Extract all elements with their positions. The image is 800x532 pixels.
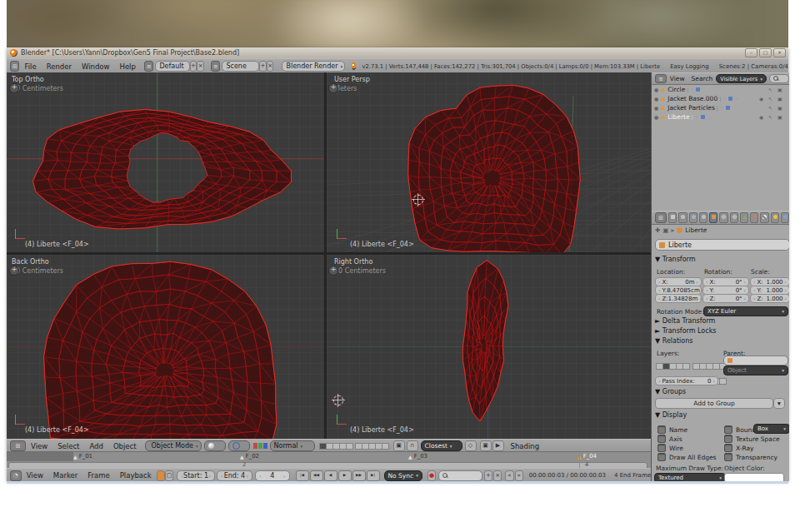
rotation-mode-select[interactable]: XYZ Euler ▾ <box>703 306 788 316</box>
bounds-type-select[interactable]: Box ▾ <box>753 424 789 434</box>
location-z-field[interactable]: ‹Z:1.34828m› <box>655 294 702 303</box>
tab-world-icon[interactable] <box>699 212 708 223</box>
toolbar-plus-button[interactable]: + <box>9 266 19 276</box>
outliner-item-jacket-particles[interactable]: ● Jacket Particles |⁘ ↖ ▣ <box>652 103 789 112</box>
snap-target-icon[interactable]: ◇ <box>465 440 477 451</box>
checkbox-icon[interactable] <box>724 453 732 461</box>
layers-widget[interactable] <box>320 443 389 450</box>
selectable-icon[interactable]: ↖ <box>768 105 772 111</box>
checkbox-icon[interactable] <box>724 425 732 434</box>
prev-marker-icon[interactable]: « <box>505 470 513 481</box>
tab-constraints-icon[interactable] <box>719 212 728 223</box>
outliner-filter-select[interactable]: Visible Layers ▾ <box>716 74 767 83</box>
groups-panel-header[interactable]: ▼ Groups <box>655 388 686 395</box>
menu-help[interactable]: Help <box>120 62 136 71</box>
screen-layout-field[interactable]: Default <box>155 61 189 72</box>
selectable-icon[interactable]: ↖ <box>768 114 772 120</box>
decrement-icon[interactable]: ‹ <box>221 473 222 479</box>
renderable-icon[interactable]: ▣ <box>778 105 782 111</box>
renderable-icon[interactable]: ▣ <box>778 114 782 120</box>
parent-field[interactable] <box>723 355 788 365</box>
tab-render-layers-icon[interactable] <box>678 212 687 223</box>
selectable-icon[interactable]: ↖ <box>768 96 772 102</box>
menu-file[interactable]: File <box>24 62 36 71</box>
checkbox-wire[interactable]: Wire <box>658 444 683 452</box>
checkbox-name[interactable]: Name <box>658 425 688 434</box>
tab-physics-icon[interactable] <box>781 212 789 223</box>
menu-view[interactable]: View <box>31 442 48 450</box>
translate-manipulator-icon[interactable] <box>253 443 258 449</box>
viewport-back-ortho[interactable]: Back Ortho 10 Centimeters + (4) Liberte … <box>7 255 324 439</box>
disclosure-icon[interactable]: ● <box>654 87 658 92</box>
visible-icon[interactable]: ◉ <box>759 96 763 102</box>
menu-window[interactable]: Window <box>82 62 110 71</box>
opengl-render-still-icon[interactable]: ▣ <box>480 440 492 451</box>
menu-add[interactable]: Add <box>89 442 102 450</box>
editor-type-outliner-icon[interactable]: ≡ <box>655 74 667 83</box>
play-button[interactable]: ▶ <box>338 470 352 481</box>
increment-icon[interactable]: › <box>283 473 285 479</box>
renderable-icon[interactable]: ▣ <box>778 96 782 102</box>
prev-keyframe-button[interactable]: ◀◀ <box>310 470 323 481</box>
viewport-right-ortho[interactable]: Right Ortho 10 Centimeters + (4) Liberte… <box>327 255 651 439</box>
viewport-user-persp[interactable]: User Persp Meters + (4) Liberte <F_04> <box>327 72 651 252</box>
opengl-render-anim-icon[interactable]: ▶ <box>492 440 504 451</box>
record-button[interactable]: ● <box>428 470 436 481</box>
editor-type-properties-icon[interactable]: ⊞ <box>655 212 667 223</box>
next-marker-icon[interactable]: » <box>515 470 523 481</box>
insert-keyframe-icon[interactable]: + <box>484 470 492 481</box>
outliner-item-circle[interactable]: ● Circle |⁘ ↖ ▣ <box>652 85 789 93</box>
delete-keyframe-icon[interactable]: × <box>493 470 502 481</box>
minimize-button[interactable]: – <box>745 48 758 57</box>
rotate-manipulator-icon[interactable] <box>258 443 262 449</box>
selectable-icon[interactable]: ↖ <box>768 87 772 92</box>
renderable-icon[interactable]: ▣ <box>778 87 782 92</box>
checkbox-texture-space[interactable]: Texture Space <box>724 435 780 443</box>
use-preview-range-icon[interactable] <box>157 470 165 481</box>
viewport-top-ortho[interactable]: Top Ortho 10 Centimeters + (4) Liberte <… <box>7 72 324 252</box>
editor-type-timeline-icon[interactable]: ◔ <box>10 470 22 481</box>
toolbar-plus-button[interactable]: + <box>328 83 338 93</box>
pivot-point-select[interactable] <box>228 440 250 451</box>
object-name-field[interactable]: Liberte <box>655 239 789 251</box>
screen-layout-browse-icon[interactable]: ≡ <box>144 61 153 72</box>
maximum-draw-type-select[interactable]: Textured ▾ <box>654 473 726 481</box>
outliner-search-input[interactable] <box>769 74 789 83</box>
current-frame-line[interactable] <box>579 452 580 469</box>
menu-render[interactable]: Render <box>47 62 72 71</box>
scene-field[interactable]: Scene <box>222 61 259 72</box>
object-color-swatch[interactable] <box>724 473 784 481</box>
timeline-marker[interactable]: ▲ F_01 <box>73 453 92 460</box>
menu-frame[interactable]: Frame <box>88 471 109 480</box>
menu-object[interactable]: Object <box>113 442 137 450</box>
increment-icon[interactable]: › <box>208 473 210 479</box>
display-panel-header[interactable]: ▼ Display <box>655 411 687 419</box>
render-engine-select[interactable]: Blender Render ▾ <box>282 61 345 72</box>
delete-scene-button[interactable]: × <box>267 61 274 72</box>
manipulator-toggles[interactable] <box>253 443 268 449</box>
checkbox-xray[interactable]: X-Ray <box>724 444 754 452</box>
checkbox-transparency[interactable]: Transparency <box>724 453 778 461</box>
menu-view[interactable]: View <box>670 75 685 82</box>
tab-particles-icon[interactable] <box>771 212 779 223</box>
outliner-item-liberte[interactable]: ● Liberte |⁘ ◉ ↖ ▣ <box>652 112 789 121</box>
snap-magnet-icon[interactable]: ∩ <box>407 440 418 451</box>
jump-to-start-button[interactable]: |◀ <box>296 470 309 481</box>
checkbox-axis[interactable]: Axis <box>658 435 682 443</box>
add-scene-button[interactable]: + <box>259 61 267 72</box>
current-frame-field[interactable]: ‹ 4 › <box>255 470 290 481</box>
decrement-icon[interactable]: ‹ <box>259 473 261 479</box>
editor-type-info-icon[interactable]: ⊞ <box>10 61 19 72</box>
add-layout-button[interactable]: + <box>190 61 198 72</box>
relations-panel-header[interactable]: ▼ Relations <box>655 337 692 345</box>
parent-type-select[interactable]: Object ▾ <box>723 365 788 375</box>
tab-material-icon[interactable] <box>750 212 758 223</box>
play-reverse-button[interactable]: ◀ <box>324 470 338 481</box>
rotation-z-field[interactable]: ‹Z:0°› <box>702 294 749 303</box>
maximize-button[interactable]: □ <box>759 48 772 57</box>
window-titlebar[interactable]: Blender* [C:\Users\Yann\Dropbox\Gen5 Fin… <box>7 47 788 58</box>
disclosure-icon[interactable]: ● <box>654 114 658 120</box>
tab-object-icon[interactable] <box>709 212 718 223</box>
toolbar-plus-button[interactable]: + <box>328 266 338 276</box>
disclosure-icon[interactable]: ● <box>654 105 658 111</box>
